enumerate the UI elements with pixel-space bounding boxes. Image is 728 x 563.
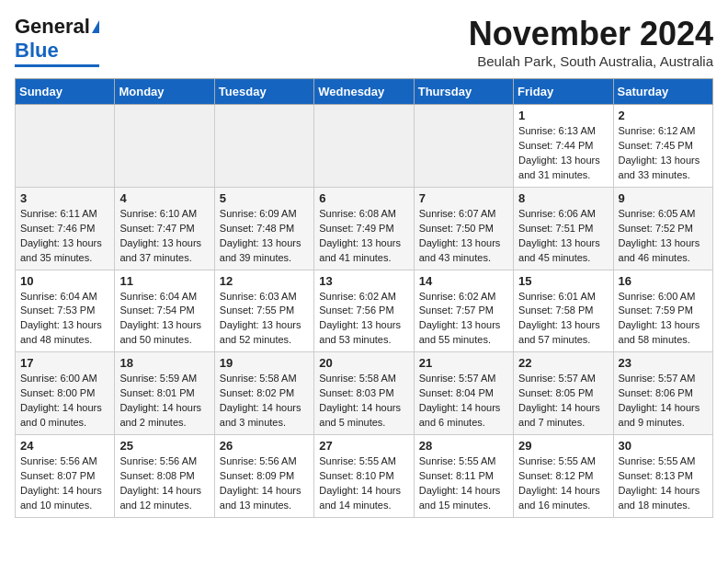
day-info: Sunrise: 6:00 AM Sunset: 7:59 PM Dayligh… bbox=[619, 290, 708, 349]
day-number: 14 bbox=[419, 274, 508, 288]
calendar-cell bbox=[16, 105, 115, 188]
day-number: 13 bbox=[319, 274, 408, 288]
calendar-body: 1Sunrise: 6:13 AM Sunset: 7:44 PM Daylig… bbox=[16, 105, 713, 518]
logo-underline bbox=[15, 64, 99, 67]
calendar-week-row: 17Sunrise: 6:00 AM Sunset: 8:00 PM Dayli… bbox=[16, 352, 713, 435]
logo-blue: Blue bbox=[15, 39, 59, 63]
day-info: Sunrise: 5:56 AM Sunset: 8:08 PM Dayligh… bbox=[119, 454, 209, 513]
weekday-header: Wednesday bbox=[314, 79, 414, 105]
calendar-cell: 27Sunrise: 5:55 AM Sunset: 8:10 PM Dayli… bbox=[314, 435, 414, 518]
calendar-cell bbox=[214, 105, 313, 188]
day-info: Sunrise: 6:02 AM Sunset: 7:57 PM Dayligh… bbox=[419, 290, 508, 349]
calendar-cell bbox=[314, 105, 414, 188]
day-number: 19 bbox=[220, 356, 309, 370]
day-info: Sunrise: 6:10 AM Sunset: 7:47 PM Dayligh… bbox=[119, 207, 209, 266]
weekday-header: Thursday bbox=[414, 79, 513, 105]
day-info: Sunrise: 6:00 AM Sunset: 8:00 PM Dayligh… bbox=[20, 372, 109, 431]
title-block: November 2024 Beulah Park, South Austral… bbox=[469, 15, 713, 69]
day-info: Sunrise: 5:59 AM Sunset: 8:01 PM Dayligh… bbox=[119, 372, 209, 431]
day-number: 10 bbox=[20, 274, 109, 288]
day-number: 4 bbox=[119, 191, 209, 205]
day-number: 29 bbox=[518, 439, 608, 453]
day-info: Sunrise: 5:55 AM Sunset: 8:11 PM Dayligh… bbox=[419, 454, 508, 513]
day-number: 9 bbox=[619, 191, 708, 205]
day-number: 20 bbox=[319, 356, 408, 370]
calendar-cell bbox=[414, 105, 513, 188]
day-info: Sunrise: 5:55 AM Sunset: 8:13 PM Dayligh… bbox=[619, 454, 708, 513]
day-info: Sunrise: 6:09 AM Sunset: 7:48 PM Dayligh… bbox=[220, 207, 309, 266]
calendar-cell: 2Sunrise: 6:12 AM Sunset: 7:45 PM Daylig… bbox=[613, 105, 712, 188]
calendar-cell: 19Sunrise: 5:58 AM Sunset: 8:02 PM Dayli… bbox=[214, 352, 313, 435]
logo-general: General bbox=[15, 15, 90, 39]
weekday-header: Tuesday bbox=[214, 79, 313, 105]
calendar-cell: 24Sunrise: 5:56 AM Sunset: 8:07 PM Dayli… bbox=[16, 435, 115, 518]
day-info: Sunrise: 5:57 AM Sunset: 8:06 PM Dayligh… bbox=[619, 372, 708, 431]
weekday-header: Saturday bbox=[613, 79, 712, 105]
day-info: Sunrise: 5:56 AM Sunset: 8:09 PM Dayligh… bbox=[220, 454, 309, 513]
day-number: 16 bbox=[619, 274, 708, 288]
calendar-cell: 5Sunrise: 6:09 AM Sunset: 7:48 PM Daylig… bbox=[214, 187, 313, 270]
location-title: Beulah Park, South Australia, Australia bbox=[469, 53, 713, 69]
calendar-cell: 17Sunrise: 6:00 AM Sunset: 8:00 PM Dayli… bbox=[16, 352, 115, 435]
calendar-cell: 21Sunrise: 5:57 AM Sunset: 8:04 PM Dayli… bbox=[414, 352, 513, 435]
day-info: Sunrise: 6:06 AM Sunset: 7:51 PM Dayligh… bbox=[518, 207, 608, 266]
day-number: 6 bbox=[319, 191, 408, 205]
day-info: Sunrise: 6:03 AM Sunset: 7:55 PM Dayligh… bbox=[220, 290, 309, 349]
calendar-cell: 3Sunrise: 6:11 AM Sunset: 7:46 PM Daylig… bbox=[16, 187, 115, 270]
calendar-cell: 20Sunrise: 5:58 AM Sunset: 8:03 PM Dayli… bbox=[314, 352, 414, 435]
calendar-week-row: 24Sunrise: 5:56 AM Sunset: 8:07 PM Dayli… bbox=[16, 435, 713, 518]
day-number: 2 bbox=[619, 109, 708, 122]
calendar-cell: 1Sunrise: 6:13 AM Sunset: 7:44 PM Daylig… bbox=[514, 105, 613, 188]
calendar-week-row: 10Sunrise: 6:04 AM Sunset: 7:53 PM Dayli… bbox=[16, 270, 713, 352]
day-number: 27 bbox=[319, 439, 408, 453]
calendar-week-row: 3Sunrise: 6:11 AM Sunset: 7:46 PM Daylig… bbox=[16, 187, 713, 270]
day-number: 5 bbox=[220, 191, 309, 205]
logo-triangle-icon bbox=[92, 20, 99, 33]
weekday-header: Friday bbox=[514, 79, 613, 105]
weekday-header: Sunday bbox=[16, 79, 115, 105]
day-info: Sunrise: 5:57 AM Sunset: 8:04 PM Dayligh… bbox=[419, 372, 508, 431]
day-number: 15 bbox=[518, 274, 608, 288]
day-number: 12 bbox=[220, 274, 309, 288]
day-info: Sunrise: 6:05 AM Sunset: 7:52 PM Dayligh… bbox=[619, 207, 708, 266]
day-number: 3 bbox=[20, 191, 109, 205]
calendar-cell bbox=[115, 105, 214, 188]
day-info: Sunrise: 6:12 AM Sunset: 7:45 PM Dayligh… bbox=[619, 124, 708, 183]
calendar-cell: 30Sunrise: 5:55 AM Sunset: 8:13 PM Dayli… bbox=[613, 435, 712, 518]
calendar-cell: 26Sunrise: 5:56 AM Sunset: 8:09 PM Dayli… bbox=[214, 435, 313, 518]
day-number: 22 bbox=[518, 356, 608, 370]
day-info: Sunrise: 6:11 AM Sunset: 7:46 PM Dayligh… bbox=[20, 207, 109, 266]
day-number: 1 bbox=[518, 109, 608, 122]
day-number: 7 bbox=[419, 191, 508, 205]
day-info: Sunrise: 6:04 AM Sunset: 7:54 PM Dayligh… bbox=[119, 290, 209, 349]
day-number: 23 bbox=[619, 356, 708, 370]
day-number: 21 bbox=[419, 356, 508, 370]
day-number: 24 bbox=[20, 439, 109, 453]
day-number: 25 bbox=[119, 439, 209, 453]
day-info: Sunrise: 5:56 AM Sunset: 8:07 PM Dayligh… bbox=[20, 454, 109, 513]
day-info: Sunrise: 6:01 AM Sunset: 7:58 PM Dayligh… bbox=[518, 290, 608, 349]
calendar-cell: 12Sunrise: 6:03 AM Sunset: 7:55 PM Dayli… bbox=[214, 270, 313, 352]
day-info: Sunrise: 6:07 AM Sunset: 7:50 PM Dayligh… bbox=[419, 207, 508, 266]
day-info: Sunrise: 6:02 AM Sunset: 7:56 PM Dayligh… bbox=[319, 290, 408, 349]
day-number: 28 bbox=[419, 439, 508, 453]
calendar-cell: 29Sunrise: 5:55 AM Sunset: 8:12 PM Dayli… bbox=[514, 435, 613, 518]
calendar-cell: 18Sunrise: 5:59 AM Sunset: 8:01 PM Dayli… bbox=[115, 352, 214, 435]
day-info: Sunrise: 6:13 AM Sunset: 7:44 PM Dayligh… bbox=[518, 124, 608, 183]
day-info: Sunrise: 6:04 AM Sunset: 7:53 PM Dayligh… bbox=[20, 290, 109, 349]
weekday-header: Monday bbox=[115, 79, 214, 105]
day-info: Sunrise: 5:55 AM Sunset: 8:12 PM Dayligh… bbox=[518, 454, 608, 513]
calendar-cell: 10Sunrise: 6:04 AM Sunset: 7:53 PM Dayli… bbox=[16, 270, 115, 352]
calendar-cell: 4Sunrise: 6:10 AM Sunset: 7:47 PM Daylig… bbox=[115, 187, 214, 270]
calendar-cell: 15Sunrise: 6:01 AM Sunset: 7:58 PM Dayli… bbox=[514, 270, 613, 352]
day-info: Sunrise: 5:58 AM Sunset: 8:03 PM Dayligh… bbox=[319, 372, 408, 431]
day-number: 11 bbox=[119, 274, 209, 288]
calendar-cell: 22Sunrise: 5:57 AM Sunset: 8:05 PM Dayli… bbox=[514, 352, 613, 435]
calendar-week-row: 1Sunrise: 6:13 AM Sunset: 7:44 PM Daylig… bbox=[16, 105, 713, 188]
calendar-cell: 14Sunrise: 6:02 AM Sunset: 7:57 PM Dayli… bbox=[414, 270, 513, 352]
page-header: General Blue November 2024 Beulah Park, … bbox=[15, 15, 713, 69]
day-number: 8 bbox=[518, 191, 608, 205]
month-title: November 2024 bbox=[469, 15, 713, 53]
logo: General Blue bbox=[15, 15, 99, 67]
calendar-cell: 7Sunrise: 6:07 AM Sunset: 7:50 PM Daylig… bbox=[414, 187, 513, 270]
